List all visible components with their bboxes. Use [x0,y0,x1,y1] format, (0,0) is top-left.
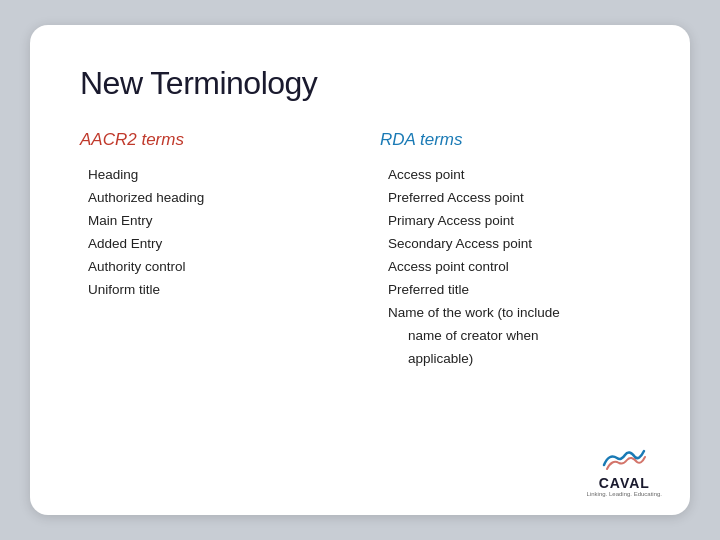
slide-title: New Terminology [80,65,640,102]
rda-column: RDA terms Access point Preferred Access … [380,130,640,485]
aacr2-column: AACR2 terms Heading Authorized heading M… [80,130,340,485]
list-item: Preferred title [380,279,640,302]
list-item: Authorized heading [80,187,340,210]
list-item: Access point control [380,256,640,279]
list-item: Heading [80,164,340,187]
columns-container: AACR2 terms Heading Authorized heading M… [80,130,640,485]
rda-term-list: Access point Preferred Access point Prim… [380,164,640,370]
list-item: Preferred Access point [380,187,640,210]
aacr2-header: AACR2 terms [80,130,340,150]
rda-header: RDA terms [380,130,640,150]
logo-area: CAVAL Linking. Leading. Educating. [587,443,662,497]
list-item: Access point [380,164,640,187]
logo-name: CAVAL [599,475,650,491]
list-item: Name of the work (to include [380,302,640,325]
slide: New Terminology AACR2 terms Heading Auth… [30,25,690,515]
list-item: Primary Access point [380,210,640,233]
list-item: Secondary Access point [380,233,640,256]
list-item: Authority control [80,256,340,279]
aacr2-term-list: Heading Authorized heading Main Entry Ad… [80,164,340,302]
caval-logo-icon [599,443,649,473]
list-item: Main Entry [80,210,340,233]
list-item: Added Entry [80,233,340,256]
list-item: name of creator when [380,325,640,348]
logo-tagline: Linking. Leading. Educating. [587,491,662,497]
list-item: Uniform title [80,279,340,302]
list-item: applicable) [380,348,640,371]
